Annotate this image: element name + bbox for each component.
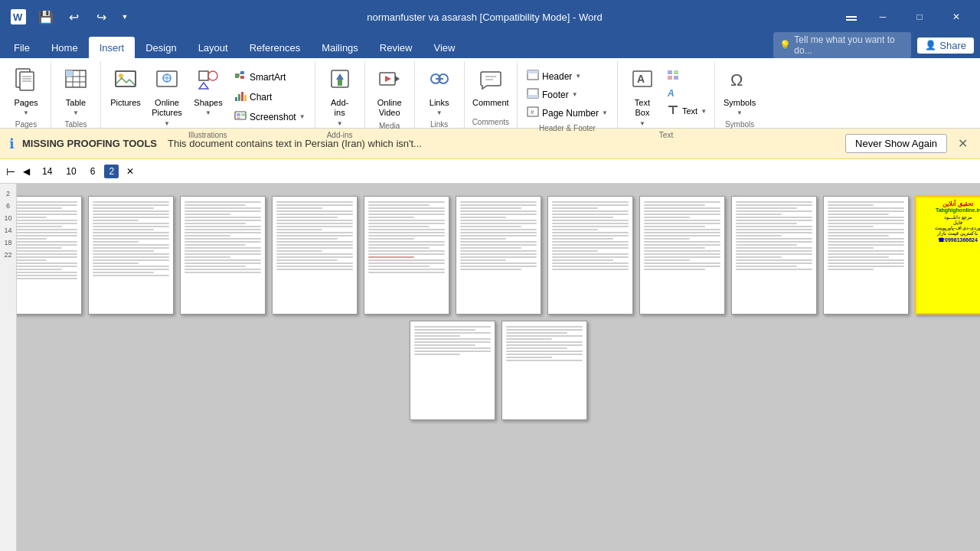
online-video-button[interactable]: OnlineVideo: [370, 64, 410, 119]
pages-button[interactable]: Pages ▼: [6, 64, 46, 118]
svg-rect-31: [238, 94, 240, 101]
ruler-mark: 6: [6, 202, 10, 210]
svg-text:#: #: [531, 109, 534, 116]
svg-rect-58: [674, 70, 678, 74]
undo-button[interactable]: ↩: [61, 5, 86, 29]
page-thumb-9[interactable]: [731, 196, 817, 315]
symbols-button[interactable]: Ω Symbols ▼: [720, 64, 760, 118]
chart-button[interactable]: Chart: [230, 87, 310, 106]
title-bar-left: W 💾 ↩ ↪ ▼: [6, 5, 130, 29]
undo-dropdown[interactable]: ▼: [119, 5, 130, 29]
notification-icon: ℹ: [9, 135, 15, 152]
screenshot-button[interactable]: Screenshot ▼: [230, 107, 310, 126]
restore-button[interactable]: □: [902, 5, 937, 29]
tab-design[interactable]: Design: [135, 37, 187, 58]
save-button[interactable]: 💾: [34, 5, 58, 29]
table-button[interactable]: Table ▼: [56, 64, 96, 118]
online-pictures-arrow: ▼: [164, 120, 170, 127]
tab-file[interactable]: File: [3, 37, 41, 58]
footer-button[interactable]: Footer ▼: [522, 86, 612, 103]
search-box[interactable]: 💡 Tell me what you want to do...: [773, 32, 911, 58]
tab-mailings[interactable]: Mailings: [311, 37, 369, 58]
ruler-icon: ⊢: [6, 165, 15, 178]
tab-references[interactable]: References: [239, 37, 311, 58]
tab-insert[interactable]: Insert: [89, 37, 136, 58]
group-hf-items: Header ▼ Footer ▼: [522, 61, 612, 122]
never-show-again-button[interactable]: Never Show Again: [845, 134, 947, 153]
quick-parts-button[interactable]: [664, 67, 710, 84]
minimize-button[interactable]: ─: [865, 5, 900, 29]
comment-button[interactable]: Comment: [471, 64, 511, 112]
left-ruler: 2 6 10 14 18 22: [0, 184, 17, 551]
smartart-button[interactable]: SmartArt: [230, 67, 310, 86]
screenshot-icon: [234, 109, 247, 124]
group-links-items: Links ▼: [420, 61, 459, 118]
ruler-mark: 14: [4, 227, 11, 234]
tab-view[interactable]: View: [423, 37, 466, 58]
svg-marker-24: [199, 83, 208, 89]
share-button[interactable]: 👤 Share: [917, 37, 974, 54]
page-thumb-4[interactable]: [272, 196, 358, 315]
svg-rect-26: [240, 71, 244, 74]
ruler-mark: 22: [4, 251, 11, 259]
zoom-level-14[interactable]: 14: [38, 165, 57, 178]
page-thumb-7[interactable]: [547, 196, 633, 315]
svg-marker-42: [395, 76, 400, 82]
footer-label: Footer: [542, 90, 569, 100]
page-number-button[interactable]: # Page Number ▼: [522, 104, 612, 122]
wordart-button[interactable]: A: [664, 85, 710, 102]
zoom-level-6[interactable]: 6: [86, 165, 100, 178]
group-illus-items: Pictures OnlinePictures ▼: [106, 61, 310, 129]
page-thumb-11-special[interactable]: تحقیق آنلاین Tahghighonline.ir مرجع دانل…: [915, 196, 980, 315]
svg-rect-36: [241, 113, 245, 116]
svg-rect-59: [668, 76, 672, 80]
page-thumb-3[interactable]: [180, 196, 266, 315]
textbox-icon: A: [631, 67, 654, 96]
links-button[interactable]: Links ▼: [420, 64, 459, 118]
online-pictures-label: OnlinePictures: [152, 98, 182, 118]
textbox-button[interactable]: A TextBox ▼: [622, 64, 662, 129]
tab-review[interactable]: Review: [369, 37, 423, 58]
online-pictures-button[interactable]: OnlinePictures ▼: [147, 64, 187, 129]
online-pictures-icon: [155, 67, 178, 96]
page-thumb-5[interactable]: [364, 196, 449, 315]
tab-home[interactable]: Home: [41, 37, 89, 58]
header-arrow: ▼: [575, 73, 581, 80]
header-button[interactable]: Header ▼: [522, 67, 612, 85]
notification-close-button[interactable]: ✕: [955, 133, 971, 154]
shapes-arrow: ▼: [205, 109, 211, 116]
page-thumb-8[interactable]: [639, 196, 725, 315]
quick-parts-icon: [667, 70, 679, 83]
header-label: Header: [542, 71, 572, 82]
pictures-button[interactable]: Pictures: [106, 64, 145, 112]
page-number-arrow: ▼: [602, 109, 608, 116]
page-thumb-2[interactable]: [88, 196, 174, 315]
addins-button[interactable]: Add-ins ▼: [320, 64, 360, 129]
table-icon: [64, 67, 87, 96]
page-thumb-1[interactable]: [17, 196, 82, 315]
pages-area[interactable]: تحقیق آنلاین Tahghighonline.ir مرجع دانل…: [17, 184, 980, 551]
group-comments-items: Comment: [471, 61, 511, 116]
zoom-arrow-right[interactable]: ✕: [123, 165, 137, 178]
zoom-level-2[interactable]: 2: [104, 165, 119, 178]
group-addins-items: Add-ins ▼: [320, 61, 360, 129]
close-button[interactable]: ✕: [939, 5, 974, 29]
special-page-content: تحقیق آنلاین Tahghighonline.ir مرجع دانل…: [916, 197, 980, 246]
tab-layout[interactable]: Layout: [188, 37, 239, 58]
textbox-arrow: ▼: [639, 120, 645, 127]
page-thumb-6[interactable]: [456, 196, 541, 315]
pages-icon: [15, 67, 38, 96]
ribbon-collapse-button[interactable]: [839, 5, 864, 29]
redo-button[interactable]: ↪: [89, 5, 113, 29]
zoom-arrow-left[interactable]: ◀: [20, 165, 33, 178]
ribbon-tab-right: 💡 Tell me what you want to do... 👤 Share: [773, 32, 980, 58]
page-thumb-12[interactable]: [410, 321, 495, 420]
textbox-label: TextBox: [635, 98, 650, 118]
page-thumb-13[interactable]: [501, 321, 587, 420]
text-more-arrow: ▼: [701, 108, 707, 115]
smartart-icon: [234, 70, 247, 84]
shapes-button[interactable]: Shapes ▼: [188, 64, 228, 118]
zoom-level-10[interactable]: 10: [61, 165, 80, 178]
text-label2[interactable]: Text ▼: [664, 103, 710, 119]
page-thumb-10[interactable]: [823, 196, 909, 315]
